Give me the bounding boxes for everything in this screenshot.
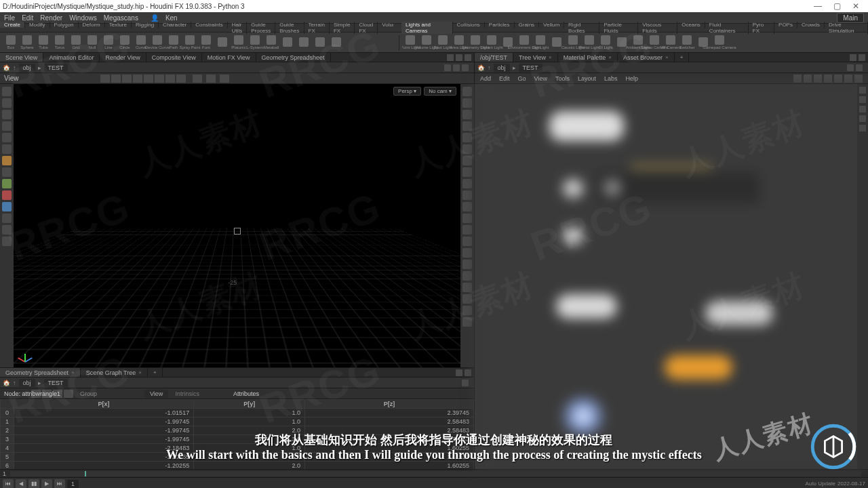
- display-opt-icon[interactable]: [462, 190, 472, 200]
- add-tab-button[interactable]: +: [148, 368, 163, 377]
- shelf-tab[interactable]: Pyro FX: [749, 22, 774, 34]
- vp-btn[interactable]: [133, 75, 142, 83]
- tab-scene-graph-tree[interactable]: Scene Graph Tree×: [81, 368, 148, 377]
- vp-btn[interactable]: [155, 75, 164, 83]
- nav-up-icon[interactable]: ↑: [13, 64, 16, 71]
- handles-tool-icon[interactable]: [2, 110, 12, 119]
- network-menu-layout[interactable]: Layout: [578, 75, 596, 82]
- nav-icon[interactable]: [859, 87, 866, 94]
- display-opt-icon[interactable]: [462, 87, 472, 96]
- vp-btn[interactable]: [165, 75, 175, 83]
- net-opt-icon[interactable]: [814, 75, 822, 83]
- tab-tree-view[interactable]: Tree View×: [513, 53, 558, 62]
- shelf-tool-button[interactable]: Box: [3, 34, 19, 52]
- tool-icon[interactable]: [2, 214, 12, 223]
- tab-geometry-spreadsheet[interactable]: Geometry Spreadsheet: [256, 53, 331, 62]
- hud-persp[interactable]: Persp ▾: [393, 87, 421, 96]
- shelf-tab[interactable]: Deform: [79, 22, 105, 28]
- tool-icon[interactable]: [2, 179, 12, 188]
- path-current[interactable]: TEST: [44, 64, 68, 72]
- pin-icon[interactable]: [847, 64, 854, 71]
- snap-tool-icon[interactable]: [2, 156, 12, 165]
- net-opt-icon[interactable]: [844, 75, 852, 83]
- shelf-tool-button[interactable]: Volume Light: [418, 34, 435, 52]
- viewport-3d[interactable]: Persp ▾ No cam ▾ -25: [0, 84, 474, 367]
- tool-icon[interactable]: [2, 190, 12, 200]
- spreadsheet-table[interactable]: P[x]P[y]P[z]0-1.015171.02.397451-1.99745…: [0, 399, 474, 469]
- nav-icon[interactable]: [859, 125, 866, 131]
- maximize-button[interactable]: ▢: [827, 1, 846, 11]
- menu-render[interactable]: Render: [40, 14, 62, 22]
- shelf-tool-button[interactable]: Sky Light: [532, 34, 549, 52]
- shelf-tool-button[interactable]: Environment Light: [516, 34, 532, 52]
- network-node[interactable]: [597, 172, 760, 203]
- vp-btn[interactable]: [111, 75, 121, 83]
- close-button[interactable]: ✕: [846, 1, 865, 11]
- net-opt-icon[interactable]: [824, 75, 832, 83]
- shelf-tool-button[interactable]: [279, 34, 296, 52]
- shelf-tool-button[interactable]: GI Light: [597, 34, 614, 52]
- shelf-tab[interactable]: Polygon: [50, 22, 79, 28]
- network-node[interactable]: [556, 396, 610, 436]
- tab-render-view[interactable]: Render View: [100, 53, 146, 62]
- display-opt-icon[interactable]: [462, 214, 472, 223]
- menu-megascans[interactable]: Megascans: [104, 14, 138, 22]
- timeline[interactable]: 1: [0, 469, 868, 477]
- tab-animation-editor[interactable]: Animation Editor: [43, 53, 100, 62]
- scale-tool-icon[interactable]: [2, 144, 12, 154]
- shelf-tool-button[interactable]: [312, 34, 328, 52]
- shelf-tool-button[interactable]: [328, 34, 344, 52]
- shelf-tab[interactable]: Guide Process: [247, 22, 275, 34]
- shelf-tab[interactable]: Viscous Fluids: [638, 22, 677, 34]
- display-opt-icon[interactable]: [462, 271, 472, 281]
- shelf-tool-button[interactable]: VR Camera: [663, 34, 679, 52]
- cook-status[interactable]: Auto Update: [806, 481, 835, 487]
- display-opt-icon[interactable]: [462, 98, 472, 108]
- shelf-tool-button[interactable]: Tube: [35, 34, 52, 52]
- shelf-tool-button[interactable]: Font: [198, 34, 214, 52]
- vp-btn[interactable]: [206, 75, 216, 83]
- network-menu-help[interactable]: Help: [625, 75, 638, 82]
- pane-opt-icon[interactable]: [447, 54, 454, 61]
- select-tool-icon[interactable]: [2, 87, 12, 96]
- nav-icon[interactable]: [859, 106, 866, 113]
- filter-detail-icon[interactable]: [64, 390, 73, 398]
- shelf-tab[interactable]: Collisions: [453, 22, 485, 28]
- tool-icon[interactable]: [2, 225, 12, 235]
- shelf-tab[interactable]: Character: [159, 22, 191, 28]
- add-tab-button[interactable]: +: [675, 53, 690, 62]
- net-opt-icon[interactable]: [804, 75, 812, 83]
- nav-icon[interactable]: [859, 115, 866, 122]
- path-root[interactable]: obj: [19, 64, 35, 72]
- shelf-tab[interactable]: Cloud FX: [355, 22, 378, 34]
- tool-icon[interactable]: [2, 202, 12, 211]
- vp-btn[interactable]: [193, 75, 202, 83]
- menu-windows[interactable]: Windows: [69, 14, 97, 22]
- shelf-tool-button[interactable]: Line: [100, 34, 117, 52]
- shelf-tool-button[interactable]: Circle: [117, 34, 133, 52]
- shelf-tab[interactable]: Drive Simulation: [825, 22, 868, 34]
- network-menu-edit[interactable]: Edit: [499, 75, 510, 82]
- gear-icon[interactable]: [856, 64, 863, 71]
- maximize-pane-icon[interactable]: [462, 64, 469, 71]
- shelf-tab[interactable]: Crowds: [797, 22, 825, 28]
- shelf-tool-button[interactable]: Torus: [52, 34, 68, 52]
- hud-camera[interactable]: No cam ▾: [424, 87, 456, 96]
- shelf-tool-button[interactable]: Metaball: [263, 34, 279, 52]
- network-node[interactable]: [549, 111, 624, 141]
- shelf-tab[interactable]: Guide Brushes: [275, 22, 304, 34]
- menu-edit[interactable]: Edit: [22, 14, 33, 22]
- network-node[interactable]: [665, 355, 732, 380]
- shelf-tab[interactable]: Rigid Bodies: [564, 22, 599, 34]
- last-frame-button[interactable]: ⏭: [54, 479, 65, 489]
- shelf-tab[interactable]: Rigging: [132, 22, 159, 28]
- shelf-tool-button[interactable]: Portal Light: [581, 34, 597, 52]
- tab-asset-browser[interactable]: Asset Browser×: [618, 53, 675, 62]
- nav-icon[interactable]: [859, 96, 866, 103]
- display-opt-icon[interactable]: [462, 225, 472, 235]
- current-frame-field[interactable]: 1: [67, 480, 79, 488]
- display-opt-icon[interactable]: [462, 283, 472, 292]
- rotate-tool-icon[interactable]: [2, 133, 12, 142]
- network-node[interactable]: [556, 294, 617, 319]
- filter-intrinsics[interactable]: Intrinsics: [175, 390, 199, 397]
